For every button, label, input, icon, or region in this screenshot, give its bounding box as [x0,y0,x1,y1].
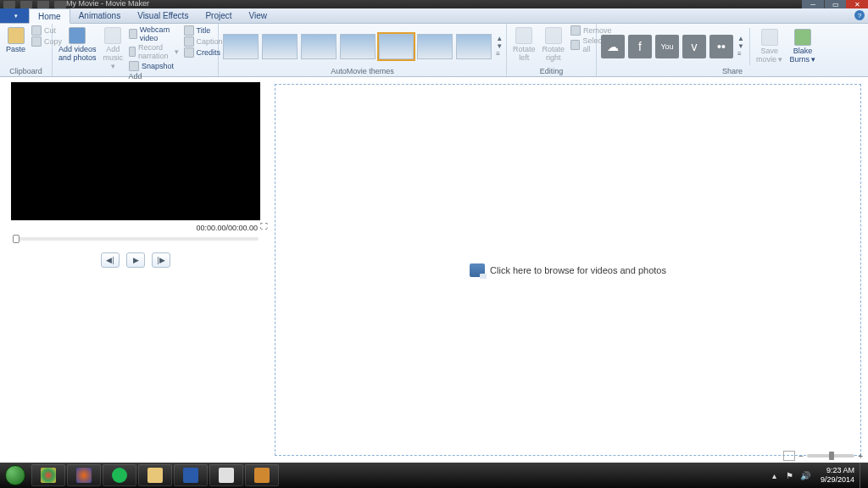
titlebar: My Movie - Movie Maker ─ ▭ ✕ [0,0,868,8]
share-onedrive-button[interactable]: ☁ [601,35,625,58]
snapshot-button[interactable]: Snapshot [127,61,181,71]
rotate-right-icon [545,27,562,44]
zoom-in-button[interactable]: + [858,452,863,461]
tab-project[interactable]: Project [197,8,240,23]
save-movie-button[interactable]: Save movie ▾ [754,27,786,65]
qat-undo-icon[interactable] [37,1,49,8]
file-menu-button[interactable] [0,8,29,23]
theme-thumb-6[interactable] [417,34,453,59]
tab-visual-effects[interactable]: Visual Effects [129,8,197,23]
group-editing: Rotate left Rotate right Remove Select a… [507,24,597,76]
app-icon [3,1,15,8]
webcam-video-button[interactable]: Webcam video [127,25,181,42]
browse-dropzone[interactable]: Click here to browse for videos and phot… [275,84,861,456]
preview-video [11,82,260,220]
tray-clock[interactable]: 9:23 AM 9/29/2014 [815,466,860,485]
paste-icon [8,27,25,44]
browse-text: Click here to browse for videos and phot… [490,265,666,275]
maximize-button[interactable]: ▭ [824,0,846,8]
share-vimeo-button[interactable]: v [682,35,706,58]
theme-thumb-4[interactable] [340,34,376,59]
taskbar-firefox[interactable] [67,464,101,486]
ribbon: Paste Cut Copy Clipboard Add videos and … [0,24,868,77]
zoom-knob[interactable] [829,452,834,460]
share-youtube-button[interactable]: You [655,35,679,58]
rotate-left-icon [515,27,532,44]
qat-save-icon[interactable] [20,1,32,8]
seek-handle[interactable] [13,235,19,243]
rotate-right-button[interactable]: Rotate right [540,25,568,64]
user-icon [794,29,811,46]
group-automovie: ▲ ▼ ≡ AutoMovie themes [219,24,507,76]
theme-thumb-2[interactable] [262,34,298,59]
show-desktop-button[interactable] [860,463,868,488]
zoom-out-button[interactable]: − [798,452,804,461]
narration-icon [129,47,136,57]
theme-thumb-7[interactable] [456,34,492,59]
thumbnail-size-icon[interactable] [783,451,795,461]
share-scroll-down[interactable]: ▼ [737,42,744,50]
group-share: ☁ f You v •• ▲ ▼ ≡ Save movie ▾ Blake Bu… [597,24,868,76]
taskbar-explorer[interactable] [138,464,172,486]
next-frame-button[interactable]: |▶ [152,252,170,268]
ribbon-tabstrip: Home Animations Visual Effects Project V… [0,8,868,24]
tray-action-center-icon[interactable]: ⚑ [785,470,795,480]
copy-icon [31,36,42,47]
help-icon[interactable]: ? [854,10,865,20]
preview-pane: 00:00.00/00:00.00 ◀| ▶ |▶ [0,77,271,463]
credits-icon [184,47,194,58]
rotate-left-button[interactable]: Rotate left [510,25,538,64]
snapshot-icon [129,61,139,71]
share-scroll-up[interactable]: ▲ [737,35,744,42]
browse-icon [470,263,485,277]
tab-animations[interactable]: Animations [70,8,129,23]
webcam-icon [129,29,137,39]
paste-button[interactable]: Paste [3,25,28,55]
timeline-pane: Click here to browse for videos and phot… [271,77,868,463]
seek-bar[interactable] [13,237,259,241]
qat-redo-icon[interactable] [54,1,66,8]
theme-thumb-3[interactable] [301,34,337,59]
theme-thumb-5[interactable] [379,34,415,59]
main-area: 00:00.00/00:00.00 ◀| ▶ |▶ Click here to … [0,77,868,463]
prev-frame-button[interactable]: ◀| [101,252,120,268]
add-videos-photos-button[interactable]: Add videos and photos [56,25,99,64]
start-button[interactable] [0,463,31,488]
add-music-icon [104,27,121,44]
add-music-button[interactable]: Add music ▾ [101,25,126,72]
theme-expand[interactable]: ≡ [496,50,503,58]
taskbar-chrome[interactable] [31,464,65,486]
sign-in-button[interactable]: Blake Burns ▾ [787,27,818,65]
tab-view[interactable]: View [241,8,276,23]
select-all-icon [570,40,580,50]
play-button[interactable]: ▶ [126,252,145,268]
close-button[interactable]: ✕ [846,0,868,8]
share-expand[interactable]: ≡ [737,50,744,58]
save-movie-icon [761,29,778,46]
group-add: Add videos and photos Add music ▾ Webcam… [53,24,219,76]
theme-scroll-up[interactable]: ▲ [496,35,503,42]
taskbar-paint[interactable] [209,464,243,486]
preview-time: 00:00.00/00:00.00 [3,220,268,234]
taskbar-spotify[interactable] [103,464,136,486]
cut-icon [31,25,42,36]
zoom-bar: − + [783,451,863,461]
title-icon [184,25,194,36]
remove-icon [570,25,581,36]
tray-volume-icon[interactable]: 🔊 [800,470,810,480]
minimize-button[interactable]: ─ [802,0,824,8]
record-narration-button[interactable]: Record narration ▾ [127,43,181,60]
tab-home[interactable]: Home [29,8,70,24]
share-facebook-button[interactable]: f [628,35,652,58]
group-clipboard: Paste Cut Copy Clipboard [0,24,53,76]
tray-overflow-icon[interactable]: ▴ [770,470,780,480]
theme-thumb-1[interactable] [223,34,259,59]
theme-scroll-down[interactable]: ▼ [496,42,503,50]
caption-icon [184,36,194,47]
window-title: My Movie - Movie Maker [66,0,149,8]
taskbar-moviemaker[interactable] [245,464,279,486]
taskbar-word[interactable] [174,464,208,486]
zoom-slider[interactable] [807,454,854,458]
start-orb-icon [5,465,25,485]
share-flickr-button[interactable]: •• [709,35,733,58]
